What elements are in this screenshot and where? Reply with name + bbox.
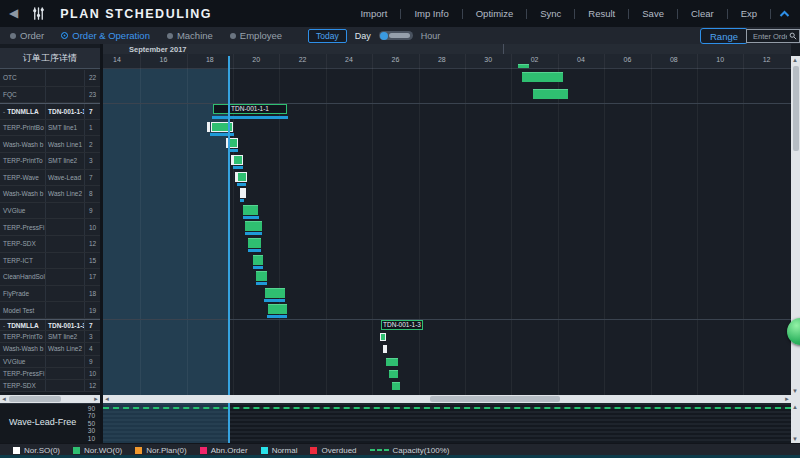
toggle-knob[interactable] [380,32,388,40]
axis-tick-label: 90 [75,405,95,412]
timeline-tick: 02 [512,56,558,63]
gantt-bar[interactable] [268,304,287,314]
elapsed-time-shade [103,68,229,395]
gantt-bar[interactable] [253,255,263,265]
gantt-bar-pending[interactable] [207,122,210,132]
search-icon[interactable] [789,32,797,40]
table-row[interactable]: Wash-Wash bWash Line24 [0,343,100,355]
today-button[interactable]: Today [308,29,347,43]
scroll-up-icon[interactable]: ▲ [791,403,799,411]
progress-underline [267,315,287,318]
gantt-bar[interactable] [522,72,563,82]
day-hour-toggle[interactable] [379,31,413,40]
month-divider [503,44,504,54]
menu-item-import[interactable]: Import [347,8,400,19]
menu-item-save[interactable]: Save [629,8,677,19]
view-radio-machine[interactable]: Machine [167,30,213,41]
table-row[interactable]: TERP-WaveWave-Lead7 [0,170,100,187]
table-row[interactable]: TERP-PrintToSMT line23 [0,331,100,343]
gantt-bar-selected[interactable] [380,333,386,341]
table-row[interactable]: TERP-SDX12 [0,236,100,253]
table-row[interactable]: FQC23 [0,87,100,104]
capacity-y-axis: 9070503010 [75,403,99,443]
gantt-bar[interactable] [243,205,258,215]
table-row[interactable]: TERP-PrintToSMT line23 [0,153,100,170]
menu-item-optimize[interactable]: Optimize [463,8,526,19]
cell-machine [46,356,85,367]
collapse-marker[interactable]: - [3,108,5,115]
scroll-down-icon[interactable]: ▼ [791,387,799,395]
table-row[interactable]: VVGlue9 [0,356,100,368]
order-search-box [746,29,800,43]
scroll-thumb[interactable] [430,396,560,402]
cell-machine [46,380,85,391]
view-radio-order-operation[interactable]: Order & Operation [61,30,150,41]
view-radio-order[interactable]: Order [10,30,44,41]
gantt-bar[interactable] [389,370,398,378]
legend-swatch [310,447,317,454]
cell-seq: 7 [85,170,100,186]
back-icon[interactable]: ◀ [9,0,18,27]
scroll-left-icon[interactable]: ◄ [103,395,111,403]
gantt-bar-selected[interactable] [237,172,247,182]
menu-item-sync[interactable]: Sync [527,8,574,19]
cell-machine [46,286,85,302]
gantt-bar[interactable] [248,238,261,248]
sliders-icon[interactable] [31,6,46,21]
gantt-bar[interactable] [245,221,262,231]
range-button[interactable]: Range [700,28,748,44]
table-row[interactable]: Wash-Wash bWash Line12 [0,136,100,153]
gantt-bar[interactable] [265,288,285,298]
order-search-input[interactable] [751,31,789,42]
cell-machine [46,203,85,219]
scroll-thumb[interactable] [793,66,799,151]
cell-machine: TDN-001-1-1 [46,104,85,119]
cell-operation: VVGlue [0,203,46,219]
order-label-box[interactable]: TDN-001-1-3 [381,320,423,330]
table-row[interactable]: FlyPrade18 [0,286,100,303]
scroll-right-icon[interactable]: ► [783,395,791,403]
menu-item-imp-info[interactable]: Imp Info [401,8,461,19]
table-row[interactable]: TERP-PressFi10 [0,368,100,380]
gantt-bar[interactable] [256,271,267,281]
table-row[interactable]: Wash-Wash bWash Line28 [0,186,100,203]
table-row[interactable]: Model Test19 [0,302,100,319]
gantt-bar-selected[interactable] [233,155,243,165]
view-radio-employee[interactable]: Employee [230,30,282,41]
capacity-vscrollbar[interactable]: ▲ ▼ [791,403,800,443]
gantt-bar[interactable] [533,89,568,99]
grid-line [419,54,420,395]
progress-underline [245,232,262,235]
scroll-thumb[interactable] [9,396,61,402]
table-hscrollbar[interactable]: ◄ ► [0,395,100,403]
table-row[interactable]: TERP-PressFi10 [0,219,100,236]
order-label-box[interactable]: TDN-001-1-1 [213,104,287,114]
group-separator [103,319,791,320]
gantt-bar[interactable] [518,64,529,68]
table-row[interactable]: VVGlue9 [0,203,100,220]
gantt-chart: September 2017 1416182022242628300204060… [103,44,791,395]
menu-item-result[interactable]: Result [575,8,628,19]
table-row[interactable]: TERP-ICT15 [0,253,100,270]
table-row[interactable]: TERP-PrintBoSMT line11 [0,120,100,137]
gantt-bar-pending[interactable] [240,188,246,198]
scroll-left-icon[interactable]: ◄ [0,395,8,403]
menu-item-exp[interactable]: Exp [728,8,770,19]
gantt-bar[interactable] [392,382,400,390]
collapse-header-icon[interactable] [779,10,790,18]
table-row[interactable]: TERP-SDX12 [0,380,100,392]
scroll-right-icon[interactable]: ► [92,395,100,403]
table-row[interactable]: OTC22 [0,70,100,87]
table-row[interactable]: -TDNMLLATDN-001-1-17 [0,103,100,120]
scroll-up-icon[interactable]: ▲ [791,56,799,64]
scroll-down-icon[interactable]: ▼ [791,435,799,443]
menu-item-clear[interactable]: Clear [678,8,727,19]
timeline-tick-band: 141618202224262830020406081012 [103,54,791,69]
gantt-hscrollbar[interactable]: ◄ ► [103,395,791,403]
collapse-marker[interactable]: - [3,322,5,329]
table-row[interactable]: -TDNMLLATDN-001-1-37 [0,319,100,331]
table-row[interactable]: CleanHandSol17 [0,269,100,286]
gantt-bar-pending[interactable] [383,345,387,353]
gantt-bar[interactable] [386,358,398,366]
legend-label: Nor.WO(0) [84,446,122,455]
